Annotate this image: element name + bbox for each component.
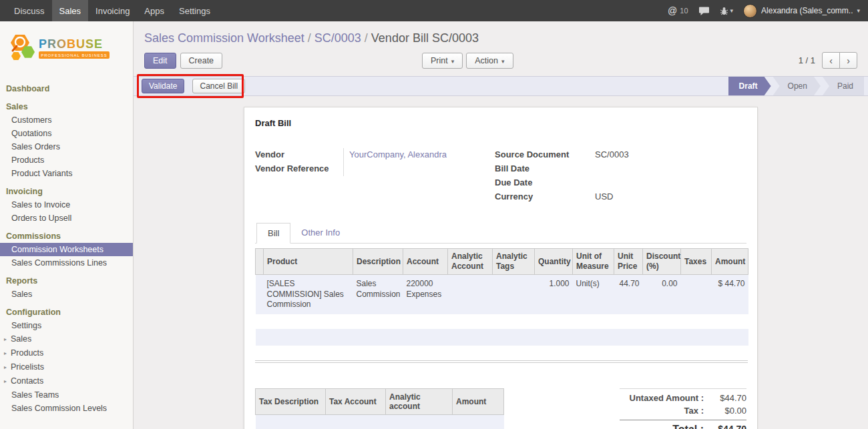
- sidebar-item-settings[interactable]: Settings: [0, 319, 133, 332]
- sidebar-item-sales-commission-levels[interactable]: Sales Commission Levels: [0, 402, 133, 415]
- sidebar-item-sales-orders[interactable]: Sales Orders: [0, 140, 133, 153]
- sidebar-section-dashboard[interactable]: Dashboard: [0, 82, 133, 95]
- sidebar-item-label: Contacts: [11, 376, 43, 386]
- statusbar-states: Draft Open Paid: [726, 77, 864, 95]
- sidebar-item-product-variants[interactable]: Product Variants: [0, 167, 133, 180]
- col-product: Product: [264, 249, 353, 275]
- chat-button[interactable]: [698, 6, 710, 16]
- pager-text: 1 / 1: [799, 55, 815, 65]
- sidebar-item-products[interactable]: Products: [0, 153, 133, 167]
- caret-down-icon: ▾: [501, 58, 505, 65]
- vendor-reference-value: [344, 162, 349, 176]
- due-date-value: [590, 176, 595, 190]
- total-label: Total :: [620, 424, 704, 429]
- action-button[interactable]: Action▾: [466, 53, 513, 69]
- sidebar-section-commissions[interactable]: Commissions: [0, 230, 133, 243]
- cell-analytic-account: [448, 275, 493, 314]
- edit-button[interactable]: Edit: [144, 53, 176, 69]
- sidebar-item-sales-to-invoice[interactable]: Sales to Invoice: [0, 198, 133, 211]
- section-separator: [255, 360, 748, 363]
- pager-previous-button[interactable]: ‹: [822, 52, 840, 69]
- menu-apps[interactable]: Apps: [137, 0, 172, 21]
- form-field-groups: Vendor YourCompany, Alexandra Vendor Ref…: [255, 148, 746, 204]
- sidebar-item-config-products[interactable]: ▸Products: [0, 346, 133, 360]
- col-unit-price: Unit Price: [614, 249, 643, 275]
- sidebar-item-orders-to-upsell[interactable]: Orders to Upsell: [0, 211, 133, 225]
- bill-date-value: [590, 162, 595, 176]
- probuse-logo-graphic: PROBUSE PROFESSIONAL BUSINESS: [8, 28, 126, 69]
- breadcrumb-separator: /: [308, 31, 311, 45]
- systray: @ 10 ▾ Alexandra (Sales_comm.. ▾: [668, 0, 868, 21]
- sidebar-item-reports-sales[interactable]: Sales: [0, 288, 133, 301]
- caret-down-icon: ▾: [730, 7, 734, 14]
- sidebar-item-config-pricelists[interactable]: ▸Pricelists: [0, 360, 133, 374]
- user-menu-button[interactable]: Alexandra (Sales_comm.. ▾: [743, 4, 860, 18]
- state-open: Open: [773, 77, 821, 95]
- user-avatar: [743, 4, 757, 18]
- col-tax-analytic-account: Analytic account: [386, 388, 453, 414]
- menu-invoicing[interactable]: Invoicing: [88, 0, 137, 21]
- cell-description: Sales Commission: [353, 275, 403, 314]
- sidebar-item-commission-worksheets[interactable]: Commission Worksheets: [0, 243, 133, 256]
- empty-list-row: [256, 329, 748, 346]
- totals-block: Untaxed Amount : $44.70 Tax : $0.00 Tota…: [620, 388, 746, 429]
- total-value: $44.70: [704, 424, 746, 429]
- pager-next-button[interactable]: ›: [839, 52, 857, 69]
- probuse-logo: PROBUSE PROFESSIONAL BUSINESS: [0, 21, 133, 77]
- breadcrumb-record-link[interactable]: SC/0003: [314, 31, 361, 45]
- sidebar-item-label: Products: [11, 348, 43, 358]
- sidebar-section-sales[interactable]: Sales: [0, 100, 133, 113]
- tax-header-row: Tax Description Tax Account Analytic acc…: [256, 388, 504, 414]
- col-amount: Amount: [712, 249, 748, 275]
- sidebar-item-sales-teams[interactable]: Sales Teams: [0, 388, 133, 402]
- chevron-right-icon: ▸: [4, 349, 11, 358]
- chevron-right-icon: ▸: [4, 377, 11, 386]
- cancel-bill-button[interactable]: Cancel Bill: [192, 79, 245, 93]
- invoice-line-row[interactable]: [SALES COMMISSION] Sales Commission Sale…: [256, 275, 748, 314]
- menu-discuss[interactable]: Discuss: [7, 0, 52, 21]
- col-analytic-tags: Analytic Tags: [493, 249, 535, 275]
- sidebar-section-invoicing[interactable]: Invoicing: [0, 185, 133, 198]
- sidebar-item-sales-commissions-lines[interactable]: Sales Commissions Lines: [0, 256, 133, 270]
- mention-count: 10: [680, 7, 688, 15]
- breadcrumb-current: Vendor Bill SC/0003: [371, 31, 479, 45]
- state-draft: Draft: [728, 77, 771, 95]
- cell-account: 220000 Expenses: [403, 275, 448, 314]
- cell-discount: 0.00: [643, 275, 681, 314]
- menu-sales[interactable]: Sales: [52, 0, 89, 21]
- sidebar-section-reports[interactable]: Reports: [0, 274, 133, 288]
- source-document-value: SC/0003: [590, 148, 629, 162]
- tax-label: Tax :: [620, 406, 704, 416]
- mentions-button[interactable]: @ 10: [668, 5, 688, 16]
- col-analytic-account: Analytic Account: [448, 249, 493, 275]
- breadcrumb: Sales Commission Worksheet/SC/0003/Vendo…: [134, 21, 868, 46]
- source-document-label: Source Document: [495, 148, 590, 162]
- tab-other-info[interactable]: Other Info: [290, 223, 351, 244]
- sidebar-item-quotations[interactable]: Quotations: [0, 127, 133, 140]
- cell-amount: $ 44.70: [712, 275, 748, 314]
- field-group-right: Source Document SC/0003 Bill Date Due Da…: [495, 148, 746, 204]
- chevron-left-icon: ‹: [829, 55, 833, 66]
- chat-icon: [698, 6, 710, 16]
- col-account: Account: [403, 249, 448, 275]
- due-date-label: Due Date: [495, 176, 590, 190]
- create-button[interactable]: Create: [180, 53, 223, 69]
- breadcrumb-worksheet-link[interactable]: Sales Commission Worksheet: [144, 31, 304, 45]
- sidebar-section-configuration[interactable]: Configuration: [0, 306, 133, 319]
- sidebar-item-customers[interactable]: Customers: [0, 113, 133, 127]
- sidebar-item-label: Pricelists: [11, 362, 44, 372]
- breadcrumb-separator: /: [365, 31, 368, 45]
- form-sheet: Draft Bill Vendor YourCompany, Alexandra…: [244, 107, 758, 429]
- vendor-value-link[interactable]: YourCompany, Alexandra: [349, 149, 447, 159]
- menu-settings[interactable]: Settings: [172, 0, 218, 21]
- validate-button[interactable]: Validate: [142, 79, 184, 93]
- empty-tax-row: [256, 414, 504, 429]
- tab-bill[interactable]: Bill: [256, 223, 290, 244]
- print-button[interactable]: Print▾: [422, 53, 463, 69]
- sidebar-item-config-sales[interactable]: ▸Sales: [0, 332, 133, 346]
- debug-menu-button[interactable]: ▾: [720, 7, 734, 15]
- pager: 1 / 1 ‹ ›: [799, 52, 857, 69]
- user-name: Alexandra (Sales_comm..: [761, 6, 853, 15]
- sidebar-item-config-contacts[interactable]: ▸Contacts: [0, 374, 133, 388]
- row-handle-column: [256, 249, 264, 275]
